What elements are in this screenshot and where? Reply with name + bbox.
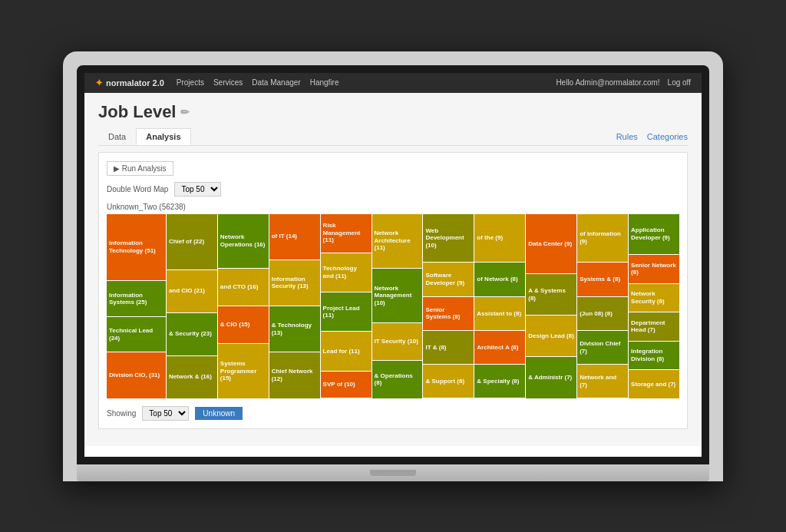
treemap-col-2: Network Operations (16)and CTO (16)& CIO… — [218, 214, 269, 398]
treemap-cell[interactable]: Information Technology (51) — [107, 214, 166, 281]
treemap-cell[interactable]: and CTO (16) — [218, 269, 269, 306]
treemap-cell[interactable]: & Specialty (8) — [474, 365, 525, 398]
treemap-col-1: Chief of (22)and CIO (21)& Security (23)… — [167, 214, 217, 398]
app-content: Job Level ✏ Data Analysis Rules Categori… — [84, 93, 702, 446]
treemap-cell[interactable]: Senior Systems (8) — [423, 297, 474, 330]
treemap-cell[interactable]: and CIO (21) — [167, 270, 217, 312]
nav-hangfire[interactable]: Hangfire — [310, 78, 339, 87]
treemap-title: Unknown_Two (56238) — [107, 203, 679, 211]
treemap-cell[interactable]: of IT (14) — [269, 214, 320, 259]
treemap-cell[interactable]: Risk Management (11) — [321, 214, 372, 253]
treemap-cell[interactable]: Senior Network (8) — [629, 255, 679, 283]
treemap-cell[interactable]: Information Security (13) — [269, 260, 320, 306]
treemap-col-0: Information Technology (51)Information S… — [107, 214, 166, 398]
treemap-cell[interactable]: & CIO (15) — [218, 306, 269, 343]
chart-type-label: Double Word Map — [107, 185, 168, 193]
brand-icon: ✦ — [95, 78, 103, 88]
tabs-left: Data Analysis — [98, 128, 191, 145]
nav-bar: ✦ normalator 2.0 Projects Services Data … — [84, 73, 702, 93]
edit-icon[interactable]: ✏ — [180, 106, 190, 118]
treemap-cell[interactable]: Technical Lead (24) — [107, 317, 166, 352]
chart-controls: Double Word Map Top 50 — [107, 182, 679, 197]
treemap-col-8: Data Center (9)A & Systems (8)Design Lea… — [526, 214, 576, 398]
tabs-bar: Data Analysis Rules Categories — [98, 128, 688, 146]
unknown-button[interactable]: Unknown — [195, 407, 243, 420]
screen-bezel: ✦ normalator 2.0 Projects Services Data … — [77, 65, 709, 464]
treemap-cell[interactable]: Systems Programmer (15) — [218, 344, 269, 398]
treemap-cell[interactable]: Web Development (10) — [423, 214, 474, 263]
treemap-cell[interactable]: Design Lead (8) — [526, 316, 576, 356]
brand-name: normalator 2.0 — [106, 78, 164, 88]
treemap: Information Technology (51)Information S… — [107, 214, 679, 398]
bottom-bar: Showing Top 50 Unknown — [107, 406, 679, 421]
treemap-cell[interactable]: IT Security (10) — [372, 323, 423, 360]
tab-data[interactable]: Data — [98, 128, 136, 145]
treemap-cell[interactable]: Software Developer (9) — [423, 263, 474, 296]
treemap-cell[interactable]: Information Systems (25) — [107, 281, 166, 316]
treemap-cell[interactable]: Division CIO, (31) — [107, 352, 166, 398]
treemap-cell[interactable]: of the (9) — [474, 214, 525, 263]
showing-label: Showing — [107, 409, 136, 418]
analysis-panel: ▶ Run Analysis Double Word Map Top 50 Un… — [98, 152, 688, 429]
treemap-cell[interactable]: IT & (8) — [423, 331, 474, 364]
treemap-col-4: Risk Management (11)Technology and (11)P… — [321, 214, 372, 398]
tab-categories[interactable]: Categories — [647, 132, 688, 141]
nav-user: Hello Admin@normalator.com! — [556, 78, 659, 87]
nav-data-manager[interactable]: Data Manager — [252, 78, 300, 87]
treemap-cell[interactable]: SVP of (10) — [321, 372, 372, 398]
treemap-cell[interactable]: Network Operations (16) — [218, 214, 269, 268]
treemap-cell[interactable]: (Jun 08) (8) — [577, 297, 628, 330]
screen: ✦ normalator 2.0 Projects Services Data … — [84, 73, 702, 457]
nav-logout[interactable]: Log off — [668, 78, 691, 87]
treemap-cell[interactable]: of Information (9) — [577, 214, 628, 263]
treemap-cell[interactable]: Application Developer (9) — [629, 214, 679, 255]
page-title-container: Job Level ✏ — [98, 102, 688, 122]
tabs-right: Rules Categories — [616, 132, 688, 141]
treemap-cell[interactable]: & Technology (13) — [269, 306, 320, 352]
treemap-cell[interactable]: & Administr (7) — [526, 357, 576, 398]
treemap-cell[interactable]: & Security (23) — [167, 313, 217, 355]
nav-right: Hello Admin@normalator.com! Log off — [556, 78, 691, 87]
treemap-col-10: Application Developer (9)Senior Network … — [629, 214, 679, 398]
treemap-col-6: Web Development (10)Software Developer (… — [423, 214, 474, 398]
brand: ✦ normalator 2.0 — [95, 78, 164, 88]
treemap-cell[interactable]: of Network (8) — [474, 263, 525, 296]
treemap-cell[interactable]: A & Systems (8) — [526, 274, 576, 315]
nav-links: Projects Services Data Manager Hangfire — [177, 78, 544, 87]
treemap-cell[interactable]: Department Head (7) — [629, 312, 679, 340]
run-analysis-button[interactable]: ▶ Run Analysis — [107, 161, 173, 176]
treemap-cell[interactable]: & Support (8) — [423, 365, 474, 398]
tab-rules[interactable]: Rules — [616, 132, 638, 141]
treemap-cell[interactable]: Division Chief (7) — [577, 331, 628, 364]
treemap-cell[interactable]: Architect A (8) — [474, 331, 525, 364]
treemap-col-5: Network Architecture (11)Network Managem… — [372, 214, 423, 398]
tab-analysis[interactable]: Analysis — [136, 128, 190, 145]
treemap-cell[interactable]: Network Architecture (11) — [372, 214, 423, 268]
treemap-cell[interactable]: Network and (7) — [577, 365, 628, 398]
treemap-cell[interactable]: Chief of (22) — [167, 214, 217, 269]
treemap-cell[interactable]: Assistant to (8) — [474, 297, 525, 330]
treemap-cell[interactable]: Data Center (9) — [526, 214, 576, 274]
chart-type-select[interactable]: Top 50 — [174, 182, 221, 197]
treemap-cell[interactable]: Systems & (8) — [577, 263, 628, 296]
laptop-frame: ✦ normalator 2.0 Projects Services Data … — [63, 51, 723, 481]
treemap-cell[interactable]: Network & (16) — [167, 356, 217, 398]
treemap-cell[interactable]: Integration Division (8) — [629, 342, 679, 369]
nav-services[interactable]: Services — [213, 78, 243, 87]
treemap-col-9: of Information (9)Systems & (8)(Jun 08) … — [577, 214, 628, 398]
laptop-notch — [370, 470, 416, 476]
nav-projects[interactable]: Projects — [177, 78, 204, 87]
treemap-cell[interactable]: Network Security (8) — [629, 284, 679, 312]
showing-select[interactable]: Top 50 — [142, 406, 189, 421]
treemap-cell[interactable]: Network Management (10) — [372, 269, 423, 322]
laptop-base — [77, 464, 709, 481]
treemap-cell[interactable]: Technology and (11) — [321, 253, 372, 292]
treemap-cell[interactable]: Chief Network (12) — [269, 352, 320, 398]
page-title: Job Level — [98, 102, 176, 122]
treemap-col-3: of IT (14)Information Security (13)& Tec… — [269, 214, 320, 398]
treemap-cell[interactable]: & Operations (8) — [372, 361, 423, 398]
treemap-cell[interactable]: Lead for (11) — [321, 332, 372, 370]
treemap-cell[interactable]: Project Lead (11) — [321, 292, 372, 331]
treemap-col-7: of the (9)of Network (8)Assistant to (8)… — [474, 214, 525, 398]
treemap-cell[interactable]: Storage and (7) — [629, 370, 679, 398]
